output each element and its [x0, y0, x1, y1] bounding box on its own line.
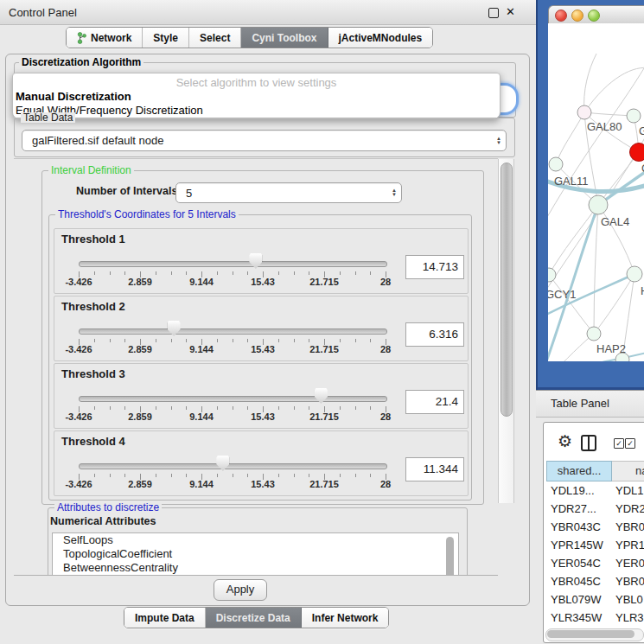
table-row[interactable]: YBL079WYBL0 — [546, 590, 644, 609]
tick-mark — [94, 474, 95, 477]
top-tabs-tab-jactivemnodules[interactable]: jActiveMNodules — [328, 28, 433, 48]
threshold-3-box: Threshold 3-3.4262.8599.14415.4321.71528… — [54, 363, 469, 429]
table-row[interactable]: YBR045CYBR0 — [546, 572, 644, 590]
network-node[interactable] — [577, 105, 591, 119]
bottom-tabs-tab-discretize-data[interactable]: Discretize Data — [206, 608, 302, 628]
tick-label: 9.144 — [189, 479, 214, 489]
table-row[interactable]: YPR145WYPR1 — [546, 536, 644, 554]
cell-shared-name: YBR043C — [546, 518, 611, 536]
tick-mark — [278, 339, 279, 342]
tick-mark — [278, 271, 279, 275]
columns-icon[interactable] — [581, 435, 596, 451]
interval-definition-label: Interval Definition — [48, 165, 134, 175]
tick-mark — [233, 474, 233, 477]
network-node[interactable] — [627, 109, 641, 123]
table-data-combo[interactable]: galFiltered.sif default node ▲▼ — [22, 130, 507, 151]
algorithm-placeholder-option[interactable]: Select algorithm to view settings — [13, 73, 500, 90]
table-row[interactable]: YLR345WYLR3 — [546, 609, 644, 627]
slider-track[interactable] — [79, 396, 387, 402]
zoom-traffic-light-icon[interactable] — [588, 10, 600, 22]
cell-shared-name: YLR345W — [546, 609, 611, 627]
apply-button[interactable]: Apply — [214, 579, 267, 601]
bottom-tab-bar: Impute DataDiscretize DataInfer Network — [124, 607, 389, 628]
slider-track[interactable] — [79, 328, 387, 335]
tick-mark — [186, 271, 187, 275]
tick-mark — [110, 406, 111, 410]
network-node[interactable] — [630, 143, 644, 162]
algorithm-option-manual[interactable]: Manual Discretization — [13, 90, 500, 104]
tick-mark — [294, 271, 295, 275]
threshold-label: Threshold 4 — [61, 435, 125, 448]
network-node[interactable] — [627, 266, 642, 282]
top-tab-bar: NetworkStyleSelectCyni ToolboxjActiveMNo… — [66, 27, 433, 48]
network-node[interactable] — [548, 268, 556, 282]
column-header-name[interactable]: na — [612, 461, 644, 481]
tick-label: 15.43 — [251, 479, 275, 489]
tab-label: jActiveMNodules — [339, 32, 423, 44]
algorithm-option-equal-width[interactable]: Equal Width/Frequency Discretization — [13, 104, 500, 118]
top-tabs-tab-select[interactable]: Select — [189, 28, 241, 48]
table-row[interactable]: YDR27...YDR2 — [546, 500, 644, 518]
minimize-traffic-light-icon[interactable] — [571, 10, 583, 22]
attribute-list-item[interactable]: TopologicalCoefficient — [53, 547, 458, 561]
tick-mark — [156, 271, 156, 275]
network-node[interactable] — [589, 195, 608, 214]
tick-mark — [110, 339, 111, 342]
network-canvas[interactable]: GAL80GACGAL11GAL4GCY1HHAP2 — [548, 23, 644, 361]
close-traffic-light-icon[interactable] — [555, 10, 567, 22]
network-tree-icon — [77, 32, 86, 44]
table-horizontal-scrollbar[interactable] — [545, 628, 644, 641]
tick-mark — [278, 474, 279, 477]
slider-track[interactable] — [79, 463, 387, 469]
number-of-intervals-value: 5 — [176, 187, 387, 200]
attributes-list-scrollbar[interactable] — [446, 537, 454, 576]
gear-icon[interactable]: ⚙ — [558, 433, 572, 450]
scrollbar-thumb[interactable] — [501, 163, 513, 417]
settings-vertical-scrollbar[interactable] — [498, 159, 514, 503]
threshold-value-field[interactable]: 21.4 — [405, 390, 464, 414]
close-icon[interactable]: ✕ — [506, 5, 515, 18]
tick-mark — [94, 271, 95, 275]
tick-mark — [355, 406, 356, 410]
cell-name: YBR0 — [611, 518, 644, 536]
numerical-attributes-list[interactable]: SelfLoopsTopologicalCoefficientBetweenne… — [52, 532, 459, 576]
tick-label: 9.144 — [189, 277, 214, 287]
node-table-box: ⚙ ✓ ✓ shared... na YDL19...YDL1YDR27...Y… — [543, 422, 644, 643]
column-header-shared-name[interactable]: shared... — [546, 461, 612, 481]
slider-track[interactable] — [79, 261, 387, 267]
scrollbar-thumb[interactable] — [547, 630, 634, 638]
tick-mark — [370, 339, 371, 342]
tick-mark — [309, 474, 309, 477]
table-row[interactable]: YBR043CYBR0 — [546, 518, 644, 536]
cell-name: YBR0 — [611, 572, 644, 590]
table-row[interactable]: YER054CYER0 — [546, 554, 644, 572]
top-tabs-tab-network[interactable]: Network — [67, 28, 143, 48]
float-window-icon[interactable] — [488, 8, 499, 18]
bottom-tabs-tab-infer-network[interactable]: Infer Network — [302, 608, 389, 628]
attribute-list-item[interactable]: SelfLoops — [53, 533, 458, 547]
checked-checkbox-icon[interactable]: ✓ — [614, 438, 624, 449]
network-node[interactable] — [587, 327, 601, 341]
tick-mark — [309, 339, 309, 342]
top-tabs-tab-cyni-toolbox[interactable]: Cyni Toolbox — [241, 28, 328, 48]
network-window-titlebar[interactable] — [548, 5, 644, 25]
tick-mark — [171, 339, 172, 342]
threshold-value-field[interactable]: 14.713 — [405, 255, 464, 279]
threshold-value-field[interactable]: 11.344 — [405, 457, 464, 481]
tick-mark — [186, 474, 187, 477]
table-data-combo-value: galFiltered.sif default node — [22, 134, 492, 147]
bottom-tabs-tab-impute-data[interactable]: Impute Data — [124, 608, 206, 628]
attribute-list-item[interactable]: BetweennessCentrality — [53, 561, 458, 575]
top-tabs-tab-style[interactable]: Style — [143, 28, 189, 48]
tick-mark — [340, 474, 341, 477]
tick-mark — [309, 271, 309, 275]
control-panel-window: Control Panel ✕ NetworkStyleSelectCyni T… — [0, 0, 536, 644]
table-row[interactable]: YDL19...YDL1 — [546, 481, 644, 500]
checked-checkbox-icon[interactable]: ✓ — [625, 438, 635, 449]
tab-label: Style — [153, 32, 178, 44]
node-label: GAL80 — [587, 120, 622, 133]
number-of-intervals-combo[interactable]: 5 ▲▼ — [175, 182, 402, 203]
tick-mark — [217, 339, 218, 342]
network-node[interactable] — [549, 157, 563, 171]
threshold-value-field[interactable]: 6.316 — [405, 322, 464, 347]
